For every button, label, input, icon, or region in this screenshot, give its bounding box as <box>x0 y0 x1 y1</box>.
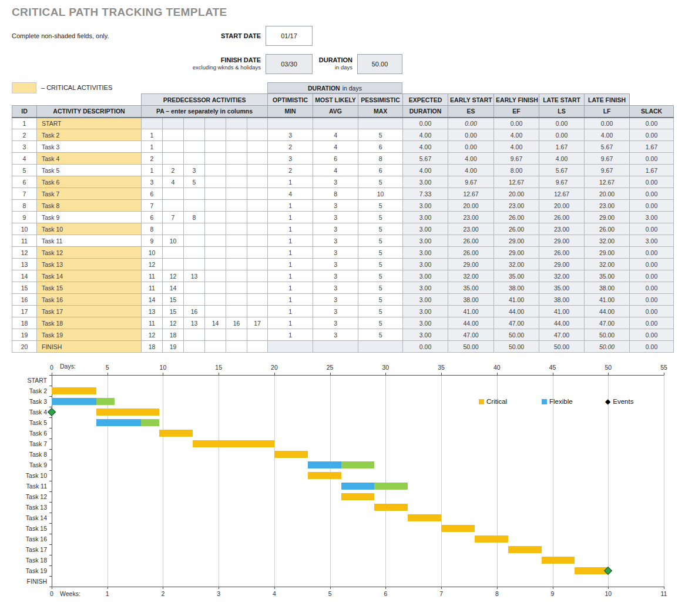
cell-ef[interactable]: 38.00 <box>494 282 539 294</box>
cell-pa[interactable] <box>247 223 268 235</box>
cell-pa[interactable] <box>142 118 163 129</box>
cell-id[interactable]: 15 <box>12 282 37 294</box>
cell-pa[interactable] <box>226 223 247 235</box>
cell-pa[interactable]: 16 <box>226 317 247 329</box>
cell-id[interactable]: 6 <box>12 176 37 188</box>
cell-lf[interactable]: 4.00 <box>585 129 630 141</box>
cell-max[interactable]: 5 <box>358 129 403 141</box>
cell-id[interactable]: 18 <box>12 317 37 329</box>
cell-ls[interactable]: 23.00 <box>539 223 585 235</box>
cell-id[interactable]: 14 <box>12 270 37 282</box>
cell-pa[interactable] <box>163 259 184 270</box>
cell-duration[interactable]: 3.00 <box>403 235 448 247</box>
cell-min[interactable]: 1 <box>268 223 313 235</box>
cell-pa[interactable] <box>205 294 226 306</box>
column-header-avg[interactable]: AVG <box>313 106 358 118</box>
cell-ef[interactable]: 35.00 <box>494 270 539 282</box>
cell-slack[interactable]: 0.00 <box>630 153 674 165</box>
cell-pa[interactable] <box>205 176 226 188</box>
cell-pa[interactable] <box>184 223 205 235</box>
cell-slack[interactable]: 0.00 <box>630 129 674 141</box>
cell-ef[interactable]: 9.67 <box>494 153 539 165</box>
cell-pa[interactable] <box>226 200 247 212</box>
cell-pa[interactable] <box>163 129 184 141</box>
cell-id[interactable]: 12 <box>12 247 37 259</box>
cell-duration[interactable]: 3.00 <box>403 329 448 341</box>
cell-activity[interactable]: Task 18 <box>37 317 142 329</box>
cell-pa[interactable]: 11 <box>142 317 163 329</box>
cell-ef[interactable]: 29.00 <box>494 235 539 247</box>
cell-lf[interactable]: 32.00 <box>585 235 630 247</box>
cell-lf[interactable]: 20.00 <box>585 188 630 200</box>
cell-pa[interactable] <box>184 259 205 270</box>
cell-pa[interactable] <box>205 153 226 165</box>
cell-max[interactable]: 5 <box>358 223 403 235</box>
cell-duration[interactable]: 4.00 <box>403 129 448 141</box>
cell-avg[interactable]: 3 <box>313 282 358 294</box>
duration-cell[interactable]: 50.00 <box>357 54 402 74</box>
cell-avg[interactable]: 3 <box>313 306 358 317</box>
cell-pa[interactable] <box>184 153 205 165</box>
cell-pa[interactable]: 3 <box>142 176 163 188</box>
cell-es[interactable]: 38.00 <box>448 294 494 306</box>
cell-slack[interactable]: 0.00 <box>630 200 674 212</box>
cell-ef[interactable]: 44.00 <box>494 306 539 317</box>
cell-pa[interactable] <box>247 141 268 153</box>
cell-lf[interactable]: 9.67 <box>585 153 630 165</box>
cell-activity[interactable]: Task 11 <box>37 235 142 247</box>
cell-pa[interactable] <box>163 247 184 259</box>
cell-min[interactable]: 4 <box>268 188 313 200</box>
cell-activity[interactable]: Task 8 <box>37 200 142 212</box>
cell-duration[interactable]: 7.33 <box>403 188 448 200</box>
cell-duration[interactable]: 3.00 <box>403 176 448 188</box>
cell-activity[interactable]: Task 12 <box>37 247 142 259</box>
cell-slack[interactable]: 0.00 <box>630 306 674 317</box>
column-header-slack[interactable]: SLACK <box>630 106 674 118</box>
cell-max[interactable]: 5 <box>358 306 403 317</box>
cell-pa[interactable] <box>184 282 205 294</box>
cell-activity[interactable]: Task 3 <box>37 141 142 153</box>
cell-ls[interactable]: 0.00 <box>539 129 585 141</box>
cell-min[interactable]: 2 <box>268 141 313 153</box>
cell-pa[interactable]: 6 <box>142 212 163 223</box>
cell-pa[interactable]: 17 <box>247 317 268 329</box>
cell-avg[interactable]: 3 <box>313 247 358 259</box>
cell-max[interactable]: 5 <box>358 282 403 294</box>
cell-ef[interactable]: 20.00 <box>494 188 539 200</box>
cell-lf[interactable]: 0.00 <box>585 118 630 129</box>
cell-ls[interactable]: 47.00 <box>539 329 585 341</box>
cell-es[interactable]: 29.00 <box>448 259 494 270</box>
cell-lf[interactable]: 38.00 <box>585 282 630 294</box>
cell-pa[interactable] <box>226 294 247 306</box>
column-header-min[interactable]: MIN <box>268 106 313 118</box>
cell-pa[interactable] <box>226 141 247 153</box>
cell-slack[interactable]: 0.00 <box>630 176 674 188</box>
cell-pa[interactable]: 14 <box>205 317 226 329</box>
cell-pa[interactable]: 16 <box>184 306 205 317</box>
cell-duration[interactable]: 3.00 <box>403 259 448 270</box>
cell-pa[interactable] <box>226 153 247 165</box>
cell-pa[interactable] <box>226 235 247 247</box>
cell-pa[interactable] <box>226 212 247 223</box>
cell-id[interactable]: 7 <box>12 188 37 200</box>
cell-avg[interactable]: 4 <box>313 141 358 153</box>
cell-pa[interactable] <box>205 282 226 294</box>
column-header-optimistic[interactable]: OPTIMISTIC <box>268 94 313 106</box>
cell-avg[interactable]: 3 <box>313 270 358 282</box>
cell-max[interactable] <box>358 341 403 353</box>
cell-es[interactable]: 12.67 <box>448 188 494 200</box>
cell-pa[interactable] <box>247 306 268 317</box>
cell-pa[interactable] <box>247 176 268 188</box>
cell-max[interactable]: 6 <box>358 165 403 176</box>
cell-es[interactable]: 44.00 <box>448 317 494 329</box>
cell-activity[interactable]: Task 14 <box>37 270 142 282</box>
cell-id[interactable]: 9 <box>12 212 37 223</box>
cell-activity[interactable]: Task 17 <box>37 306 142 317</box>
cell-pa[interactable] <box>184 141 205 153</box>
cell-slack[interactable]: 1.67 <box>630 165 674 176</box>
cell-pa[interactable] <box>226 118 247 129</box>
cell-es[interactable]: 9.67 <box>448 176 494 188</box>
cell-pa[interactable] <box>163 141 184 153</box>
cell-duration[interactable]: 3.00 <box>403 200 448 212</box>
cell-pa[interactable] <box>247 341 268 353</box>
